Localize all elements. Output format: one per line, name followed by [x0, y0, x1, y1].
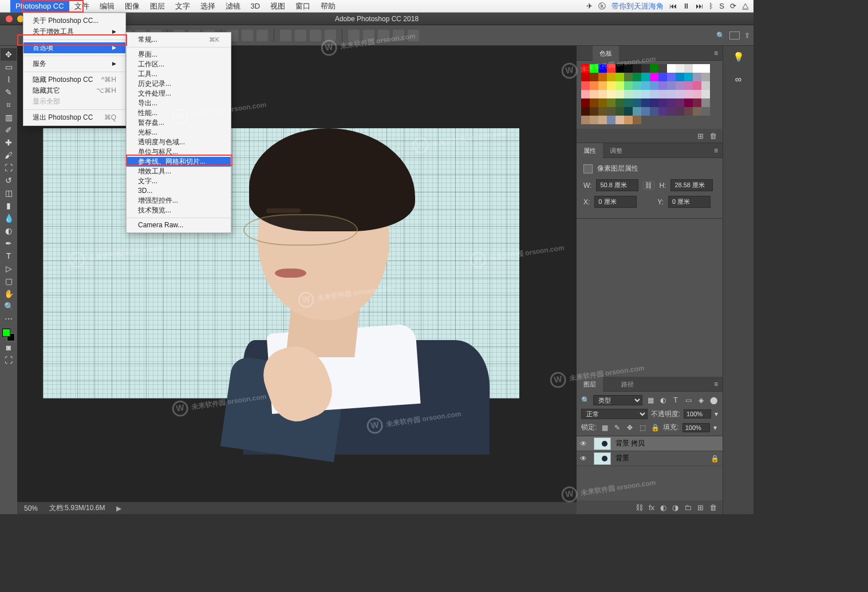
- swatch[interactable]: [624, 81, 633, 90]
- swatch[interactable]: [701, 90, 710, 98]
- swatch[interactable]: [701, 98, 710, 107]
- new-layer-icon[interactable]: ⊞: [697, 503, 704, 512]
- document-canvas[interactable]: [43, 128, 519, 398]
- swatch[interactable]: [650, 107, 658, 116]
- swatch[interactable]: [701, 73, 710, 81]
- swatch[interactable]: [641, 73, 650, 81]
- swatch[interactable]: [633, 107, 641, 116]
- trash-icon[interactable]: 🗑: [709, 503, 717, 512]
- swatch[interactable]: [616, 116, 624, 124]
- menu-hide-others[interactable]: 隐藏其它⌥⌘H: [23, 85, 125, 96]
- swatch[interactable]: [667, 98, 676, 107]
- swatch[interactable]: [624, 64, 633, 73]
- filter-smart-icon[interactable]: ◈: [696, 396, 705, 405]
- swatch[interactable]: [676, 81, 684, 90]
- pen-tool[interactable]: ✒: [1, 237, 17, 250]
- swatch[interactable]: [624, 116, 633, 124]
- bluetooth-icon[interactable]: ᛒ: [709, 2, 713, 10]
- status-s-icon[interactable]: S: [719, 2, 724, 10]
- menu-image[interactable]: 图像: [120, 0, 145, 13]
- media-prev-icon[interactable]: ⏮: [669, 2, 677, 10]
- menu-about-plugins[interactable]: 关于增效工具: [23, 26, 125, 37]
- search-icon[interactable]: 🔍: [716, 31, 725, 40]
- libraries-icon[interactable]: ∞: [732, 73, 745, 86]
- swatch[interactable]: [624, 73, 633, 81]
- healing-tool[interactable]: ✚: [1, 136, 17, 149]
- pref-camera-raw[interactable]: Camera Raw...: [127, 220, 231, 230]
- mask-icon[interactable]: ◐: [660, 503, 666, 512]
- swatch[interactable]: [641, 107, 650, 116]
- swatch[interactable]: [684, 73, 693, 81]
- menu-view[interactable]: 视图: [265, 0, 290, 13]
- opt-icon[interactable]: [310, 30, 321, 41]
- media-next-icon[interactable]: ⏭: [696, 2, 703, 10]
- swatch[interactable]: [658, 73, 667, 81]
- swatch[interactable]: [658, 98, 667, 107]
- fg-bg-colors[interactable]: [2, 329, 15, 341]
- trash-icon[interactable]: 🗑: [709, 132, 717, 140]
- hand-tool[interactable]: ✋: [1, 287, 17, 300]
- swatch[interactable]: [624, 98, 633, 107]
- menu-quit-ps[interactable]: 退出 Photoshop CC⌘Q: [23, 112, 125, 123]
- link-wh-icon[interactable]: ⛓: [643, 181, 654, 190]
- swatch[interactable]: [607, 90, 616, 98]
- pref-transparency[interactable]: 透明度与色域...: [127, 137, 231, 147]
- zoom-tool[interactable]: 🔍: [1, 300, 17, 313]
- zoom-level[interactable]: 50%: [24, 504, 38, 512]
- quick-select-tool[interactable]: ✎: [1, 86, 17, 98]
- menu-select[interactable]: 选择: [195, 0, 220, 13]
- swatch[interactable]: [633, 81, 641, 90]
- layer-thumbnail[interactable]: [594, 452, 611, 465]
- opt-icon[interactable]: [393, 30, 404, 41]
- pref-enhanced[interactable]: 增强型控件...: [127, 196, 231, 206]
- swatch[interactable]: [581, 90, 590, 98]
- layer-name[interactable]: 背景 拷贝: [616, 439, 645, 448]
- swatch[interactable]: [624, 107, 633, 116]
- filter-toggle[interactable]: ⬤: [709, 396, 718, 405]
- eraser-tool[interactable]: ◫: [1, 187, 17, 199]
- menu-layer[interactable]: 图层: [145, 0, 170, 13]
- menu-about-ps[interactable]: 关于 Photoshop CC...: [23, 15, 125, 26]
- fill-field[interactable]: 100%: [682, 423, 710, 432]
- swatch[interactable]: [590, 98, 598, 107]
- swatches-grid[interactable]: [577, 61, 723, 129]
- menu-edit[interactable]: 编辑: [94, 0, 120, 13]
- menu-app[interactable]: Photoshop CC: [10, 0, 69, 13]
- pref-interface[interactable]: 界面...: [127, 50, 231, 60]
- menu-type[interactable]: 文字: [170, 0, 195, 13]
- workspace-switcher[interactable]: [729, 31, 740, 40]
- swatch[interactable]: [658, 81, 667, 90]
- swatch[interactable]: [658, 107, 667, 116]
- swatch[interactable]: [607, 116, 616, 124]
- swatch[interactable]: [607, 107, 616, 116]
- swatch[interactable]: [616, 98, 624, 107]
- menu-filter[interactable]: 滤镜: [220, 0, 246, 13]
- swatch[interactable]: [590, 81, 598, 90]
- swatch[interactable]: [581, 98, 590, 107]
- pref-scratch[interactable]: 暂存盘...: [127, 118, 231, 128]
- swatch[interactable]: [598, 107, 607, 116]
- pref-techpreview[interactable]: 技术预览...: [127, 206, 231, 215]
- lock-all-icon[interactable]: 🔒: [650, 423, 660, 432]
- swatch[interactable]: [676, 73, 684, 81]
- pref-history[interactable]: 历史记录...: [127, 79, 231, 89]
- swatch[interactable]: [616, 73, 624, 81]
- brush-tool[interactable]: 🖌: [1, 149, 17, 161]
- swatch[interactable]: [676, 98, 684, 107]
- menu-help[interactable]: 帮助: [315, 0, 341, 13]
- edit-toolbar[interactable]: ⋯: [1, 313, 17, 325]
- menu-services[interactable]: 服务: [23, 58, 125, 69]
- opacity-field[interactable]: 100%: [684, 409, 711, 419]
- tab-properties[interactable]: 属性: [577, 143, 603, 158]
- swatch[interactable]: [667, 90, 676, 98]
- menu-preferences[interactable]: 首选项: [23, 42, 125, 53]
- swatch[interactable]: [624, 90, 633, 98]
- layer-thumbnail[interactable]: [594, 437, 611, 450]
- swatch[interactable]: [633, 64, 641, 73]
- pref-tools[interactable]: 工具...: [127, 69, 231, 79]
- swatch[interactable]: [684, 64, 693, 73]
- swatch[interactable]: [590, 107, 598, 116]
- panel-menu-icon[interactable]: ≡: [709, 380, 723, 388]
- swatch[interactable]: [676, 64, 684, 73]
- type-tool[interactable]: T: [1, 250, 17, 262]
